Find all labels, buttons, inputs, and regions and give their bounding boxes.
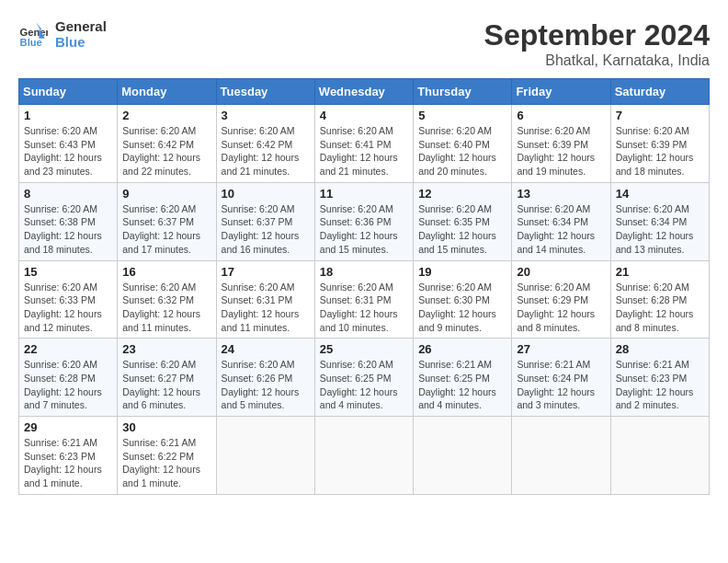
day-cell-13: 13 Sunrise: 6:20 AM Sunset: 6:34 PM Dayl… [512,182,610,260]
month-title: September 2024 [484,18,710,52]
day-cell-26: 26 Sunrise: 6:21 AM Sunset: 6:25 PM Dayl… [414,339,512,417]
day-number: 26 [418,342,506,356]
day-info: Sunrise: 6:20 AM Sunset: 6:31 PM Dayligh… [222,281,310,335]
empty-cell-w4-d4 [414,417,512,495]
day-info: Sunrise: 6:20 AM Sunset: 6:26 PM Dayligh… [222,358,310,412]
calendar-week-3: 15 Sunrise: 6:20 AM Sunset: 6:33 PM Dayl… [19,260,710,339]
day-number: 25 [320,342,408,356]
logo-icon: General Blue [18,19,48,49]
day-info: Sunrise: 6:20 AM Sunset: 6:42 PM Dayligh… [222,124,310,178]
svg-text:Blue: Blue [20,37,42,48]
col-wednesday: Wednesday [314,79,413,105]
day-cell-17: 17 Sunrise: 6:20 AM Sunset: 6:31 PM Dayl… [216,260,314,339]
day-info: Sunrise: 6:20 AM Sunset: 6:37 PM Dayligh… [222,202,310,257]
day-info: Sunrise: 6:20 AM Sunset: 6:30 PM Dayligh… [418,281,506,335]
day-number: 2 [122,109,210,122]
day-info: Sunrise: 6:21 AM Sunset: 6:23 PM Dayligh… [24,436,112,490]
day-info: Sunrise: 6:20 AM Sunset: 6:31 PM Dayligh… [320,281,408,335]
day-cell-12: 12 Sunrise: 6:20 AM Sunset: 6:35 PM Dayl… [414,182,512,260]
day-info: Sunrise: 6:21 AM Sunset: 6:23 PM Dayligh… [616,358,704,412]
day-cell-9: 9 Sunrise: 6:20 AM Sunset: 6:37 PM Dayli… [118,182,216,260]
day-number: 18 [320,265,408,279]
day-cell-20: 20 Sunrise: 6:20 AM Sunset: 6:29 PM Dayl… [512,260,610,339]
day-cell-22: 22 Sunrise: 6:20 AM Sunset: 6:28 PM Dayl… [19,339,118,417]
title-block: September 2024 Bhatkal, Karnataka, India [484,18,710,69]
day-number: 21 [616,265,704,279]
day-cell-25: 25 Sunrise: 6:20 AM Sunset: 6:25 PM Dayl… [314,339,413,417]
logo-line2: Blue [55,34,107,50]
day-cell-23: 23 Sunrise: 6:20 AM Sunset: 6:27 PM Dayl… [118,339,216,417]
day-cell-8: 8 Sunrise: 6:20 AM Sunset: 6:38 PM Dayli… [19,182,118,260]
day-info: Sunrise: 6:20 AM Sunset: 6:42 PM Dayligh… [122,124,210,178]
day-cell-19: 19 Sunrise: 6:20 AM Sunset: 6:30 PM Dayl… [414,260,512,339]
calendar-week-2: 8 Sunrise: 6:20 AM Sunset: 6:38 PM Dayli… [19,182,710,260]
day-info: Sunrise: 6:21 AM Sunset: 6:25 PM Dayligh… [418,358,506,412]
day-number: 8 [24,187,112,201]
day-number: 6 [517,109,605,122]
day-info: Sunrise: 6:20 AM Sunset: 6:33 PM Dayligh… [24,281,112,335]
day-info: Sunrise: 6:20 AM Sunset: 6:38 PM Dayligh… [24,202,112,257]
calendar-week-1: 1 Sunrise: 6:20 AM Sunset: 6:43 PM Dayli… [19,105,710,183]
day-number: 23 [122,342,210,356]
day-cell-14: 14 Sunrise: 6:20 AM Sunset: 6:34 PM Dayl… [610,182,709,260]
day-cell-29: 29 Sunrise: 6:21 AM Sunset: 6:23 PM Dayl… [19,417,118,495]
day-number: 19 [418,265,506,279]
col-saturday: Saturday [610,79,709,105]
day-cell-4: 4 Sunrise: 6:20 AM Sunset: 6:41 PM Dayli… [314,105,413,183]
day-cell-27: 27 Sunrise: 6:21 AM Sunset: 6:24 PM Dayl… [512,339,610,417]
day-info: Sunrise: 6:20 AM Sunset: 6:39 PM Dayligh… [616,124,704,178]
day-number: 14 [616,187,704,201]
day-info: Sunrise: 6:20 AM Sunset: 6:41 PM Dayligh… [320,124,408,178]
day-number: 3 [222,109,310,122]
empty-cell-w4-d3 [314,417,413,495]
day-cell-18: 18 Sunrise: 6:20 AM Sunset: 6:31 PM Dayl… [314,260,413,339]
day-info: Sunrise: 6:20 AM Sunset: 6:39 PM Dayligh… [517,124,605,178]
day-number: 13 [517,187,605,201]
col-monday: Monday [118,79,216,105]
day-number: 24 [222,342,310,356]
day-cell-1: 1 Sunrise: 6:20 AM Sunset: 6:43 PM Dayli… [19,105,118,183]
calendar-header-row: Sunday Monday Tuesday Wednesday Thursday… [19,79,710,105]
day-number: 7 [616,109,704,122]
day-info: Sunrise: 6:20 AM Sunset: 6:37 PM Dayligh… [122,202,210,257]
day-info: Sunrise: 6:20 AM Sunset: 6:28 PM Dayligh… [616,281,704,335]
col-thursday: Thursday [414,79,512,105]
day-number: 22 [24,342,112,356]
day-info: Sunrise: 6:20 AM Sunset: 6:40 PM Dayligh… [418,124,506,178]
day-info: Sunrise: 6:20 AM Sunset: 6:36 PM Dayligh… [320,202,408,257]
day-info: Sunrise: 6:20 AM Sunset: 6:35 PM Dayligh… [418,202,506,257]
calendar-table: Sunday Monday Tuesday Wednesday Thursday… [18,78,710,495]
empty-cell-w4-d5 [512,417,610,495]
day-info: Sunrise: 6:21 AM Sunset: 6:22 PM Dayligh… [122,436,210,490]
day-info: Sunrise: 6:20 AM Sunset: 6:34 PM Dayligh… [517,202,605,257]
logo-line1: General [55,18,107,34]
day-cell-5: 5 Sunrise: 6:20 AM Sunset: 6:40 PM Dayli… [414,105,512,183]
day-cell-10: 10 Sunrise: 6:20 AM Sunset: 6:37 PM Dayl… [216,182,314,260]
day-number: 29 [24,420,112,434]
day-info: Sunrise: 6:20 AM Sunset: 6:29 PM Dayligh… [517,281,605,335]
col-sunday: Sunday [19,79,118,105]
day-info: Sunrise: 6:20 AM Sunset: 6:43 PM Dayligh… [24,124,112,178]
day-info: Sunrise: 6:20 AM Sunset: 6:27 PM Dayligh… [122,358,210,412]
day-number: 28 [616,342,704,356]
empty-cell-w4-d2 [216,417,314,495]
day-cell-24: 24 Sunrise: 6:20 AM Sunset: 6:26 PM Dayl… [216,339,314,417]
day-cell-11: 11 Sunrise: 6:20 AM Sunset: 6:36 PM Dayl… [314,182,413,260]
day-number: 10 [222,187,310,201]
day-info: Sunrise: 6:20 AM Sunset: 6:34 PM Dayligh… [616,202,704,257]
day-cell-28: 28 Sunrise: 6:21 AM Sunset: 6:23 PM Dayl… [610,339,709,417]
day-number: 20 [517,265,605,279]
day-number: 30 [122,420,210,434]
day-number: 11 [320,187,408,201]
svg-text:General: General [20,27,48,38]
logo: General Blue General Blue [18,18,107,50]
day-info: Sunrise: 6:20 AM Sunset: 6:25 PM Dayligh… [320,358,408,412]
calendar-week-4: 22 Sunrise: 6:20 AM Sunset: 6:28 PM Dayl… [19,339,710,417]
day-info: Sunrise: 6:20 AM Sunset: 6:28 PM Dayligh… [24,358,112,412]
location-title: Bhatkal, Karnataka, India [484,52,710,69]
col-tuesday: Tuesday [216,79,314,105]
day-number: 5 [418,109,506,122]
day-info: Sunrise: 6:21 AM Sunset: 6:24 PM Dayligh… [517,358,605,412]
day-number: 9 [122,187,210,201]
calendar-week-5: 29 Sunrise: 6:21 AM Sunset: 6:23 PM Dayl… [19,417,710,495]
